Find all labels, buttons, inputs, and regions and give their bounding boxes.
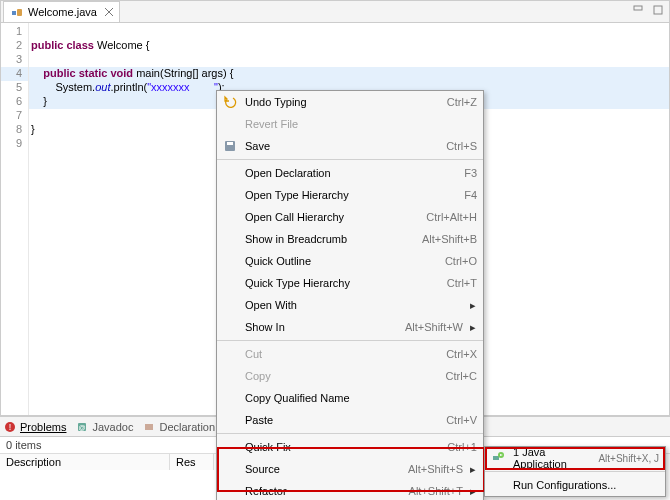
svg-rect-1	[17, 9, 22, 16]
line-gutter: 123456789	[1, 23, 29, 415]
runas-submenu: 1 Java ApplicationAlt+Shift+X, J Run Con…	[484, 446, 666, 497]
chevron-right-icon: ▸	[469, 463, 477, 476]
tab-bar: Welcome.java	[1, 1, 669, 23]
chevron-right-icon: ▸	[469, 299, 477, 312]
editor-tab[interactable]: Welcome.java	[3, 1, 120, 22]
menu-refactor[interactable]: RefactorAlt+Shift+T▸	[217, 480, 483, 500]
menu-paste[interactable]: PasteCtrl+V	[217, 409, 483, 431]
svg-rect-0	[12, 11, 16, 15]
submenu-run-configurations[interactable]: Run Configurations...	[485, 474, 665, 496]
menu-quick-outline[interactable]: Quick OutlineCtrl+O	[217, 250, 483, 272]
svg-rect-4	[634, 6, 642, 10]
window-controls	[631, 3, 665, 17]
tab-javadoc[interactable]: @ Javadoc	[76, 421, 133, 433]
svg-rect-5	[654, 6, 662, 14]
menu-open-with[interactable]: Open With▸	[217, 294, 483, 316]
java-app-icon	[490, 450, 506, 466]
menu-quick-fix[interactable]: Quick FixCtrl+1	[217, 436, 483, 458]
javadoc-icon: @	[76, 421, 88, 433]
menu-source[interactable]: SourceAlt+Shift+S▸	[217, 458, 483, 480]
maximize-icon[interactable]	[651, 3, 665, 17]
svg-rect-12	[227, 142, 233, 145]
svg-rect-10	[145, 424, 153, 430]
context-menu: Undo TypingCtrl+Z Revert File SaveCtrl+S…	[216, 90, 484, 500]
undo-icon	[222, 94, 238, 110]
menu-undo-typing[interactable]: Undo TypingCtrl+Z	[217, 91, 483, 113]
chevron-right-icon: ▸	[469, 321, 477, 334]
close-tab-icon[interactable]	[105, 8, 113, 16]
tab-problems[interactable]: ! Problems	[4, 421, 66, 433]
menu-save[interactable]: SaveCtrl+S	[217, 135, 483, 157]
menu-open-call-hierarchy[interactable]: Open Call HierarchyCtrl+Alt+H	[217, 206, 483, 228]
submenu-java-application[interactable]: 1 Java ApplicationAlt+Shift+X, J	[485, 447, 665, 469]
menu-open-type-hierarchy[interactable]: Open Type HierarchyF4	[217, 184, 483, 206]
menu-cut: CutCtrl+X	[217, 343, 483, 365]
menu-show-breadcrumb[interactable]: Show in BreadcrumbAlt+Shift+B	[217, 228, 483, 250]
chevron-right-icon: ▸	[469, 485, 477, 498]
header-description[interactable]: Description	[0, 454, 170, 470]
menu-copy-qualified-name[interactable]: Copy Qualified Name	[217, 387, 483, 409]
save-icon	[222, 138, 238, 154]
svg-text:!: !	[9, 422, 12, 432]
java-file-icon	[10, 5, 24, 19]
menu-copy: CopyCtrl+C	[217, 365, 483, 387]
menu-quick-type-hierarchy[interactable]: Quick Type HierarchyCtrl+T	[217, 272, 483, 294]
svg-text:@: @	[79, 424, 86, 431]
tab-declaration[interactable]: Declaration	[143, 421, 215, 433]
menu-show-in[interactable]: Show InAlt+Shift+W▸	[217, 316, 483, 338]
menu-revert-file: Revert File	[217, 113, 483, 135]
header-res[interactable]: Res	[170, 454, 214, 470]
tab-filename: Welcome.java	[28, 6, 97, 18]
svg-rect-14	[493, 456, 499, 460]
menu-open-declaration[interactable]: Open DeclarationF3	[217, 162, 483, 184]
minimize-icon[interactable]	[631, 3, 645, 17]
problems-icon: !	[4, 421, 16, 433]
declaration-icon	[143, 421, 155, 433]
